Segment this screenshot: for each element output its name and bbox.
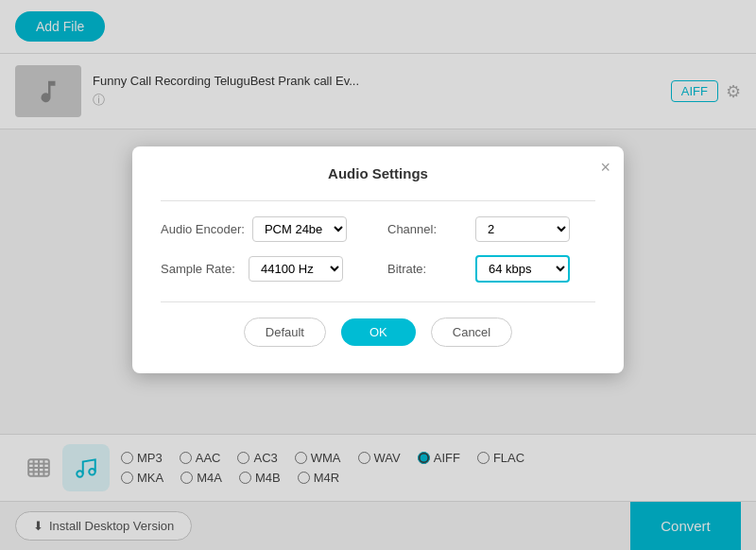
dialog-actions: Default OK Cancel [161,318,595,347]
channel-label: Channel: [387,222,468,236]
channel-select[interactable]: 2 1 6 [475,216,570,242]
sample-rate-row: Sample Rate: 44100 Hz 22050 Hz 48000 Hz [161,255,369,283]
bitrate-row: Bitrate: 64 kbps 128 kbps 192 kbps 256 k… [387,255,595,283]
audio-encoder-label: Audio Encoder: [161,222,245,236]
default-button[interactable]: Default [244,318,326,347]
dialog-divider [161,200,595,201]
sample-rate-select[interactable]: 44100 Hz 22050 Hz 48000 Hz [249,256,343,282]
ok-button[interactable]: OK [341,318,416,346]
audio-settings-dialog: × Audio Settings Audio Encoder: PCM 24be… [132,146,624,373]
audio-encoder-select[interactable]: PCM 24be PCM 16be PCM 32be [252,216,347,242]
dialog-divider2 [161,301,595,302]
dialog-title: Audio Settings [161,165,595,181]
channel-row: Channel: 2 1 6 [387,216,595,242]
bitrate-label: Bitrate: [387,262,468,276]
dialog-close-button[interactable]: × [600,158,610,178]
bitrate-select[interactable]: 64 kbps 128 kbps 192 kbps 256 kbps 320 k… [475,255,570,283]
sample-rate-label: Sample Rate: [161,262,241,276]
settings-grid: Audio Encoder: PCM 24be PCM 16be PCM 32b… [161,216,595,283]
audio-encoder-row: Audio Encoder: PCM 24be PCM 16be PCM 32b… [161,216,369,242]
cancel-button[interactable]: Cancel [431,318,512,347]
